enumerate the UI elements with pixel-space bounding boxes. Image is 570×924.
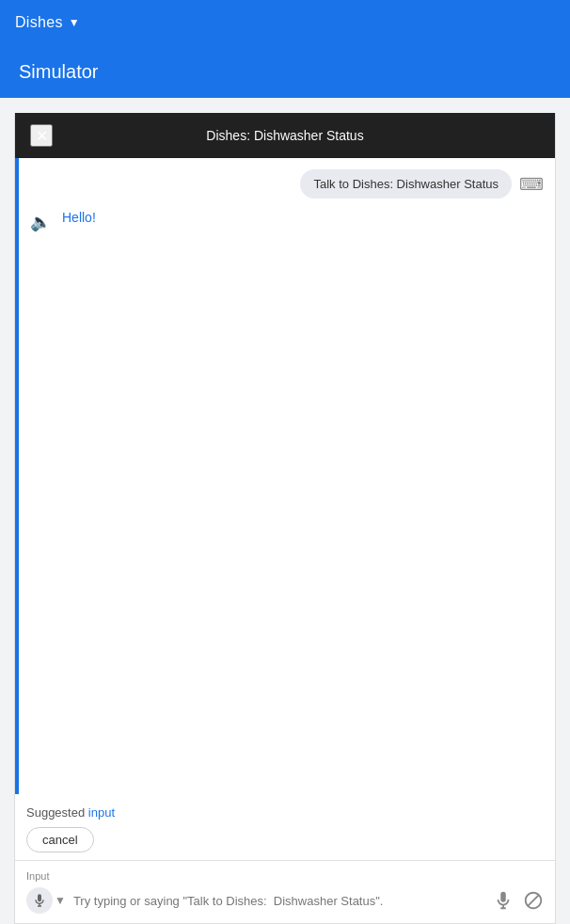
simulator-header: Simulator — [0, 45, 570, 98]
input-label: Input — [26, 870, 544, 882]
mic-icon — [32, 893, 47, 908]
user-message-row: Talk to Dishes: Dishwasher Status ⌨ — [30, 169, 544, 199]
suggested-label: Suggested input — [26, 805, 544, 820]
simulator-title: Simulator — [19, 61, 98, 83]
window-title: Dishes: Dishwasher Status — [206, 128, 363, 143]
speaker-icon: 🔈 — [30, 212, 51, 232]
keyboard-icon: ⌨ — [519, 174, 544, 195]
block-icon — [523, 890, 544, 911]
chat-area: Talk to Dishes: Dishwasher Status ⌨ 🔈 He… — [15, 158, 555, 794]
suggested-static-text: Suggested — [26, 805, 85, 820]
suggested-highlighted-text: input — [88, 805, 115, 820]
no-entry-icon[interactable] — [523, 890, 544, 911]
cancel-button[interactable]: cancel — [26, 827, 94, 852]
suggested-section: Suggested input cancel — [15, 794, 555, 860]
mic-dropdown-icon[interactable]: ▼ — [55, 894, 66, 907]
bot-message-row: 🔈 Hello! — [30, 210, 544, 232]
bot-message: Hello! — [62, 210, 96, 225]
voice-input-icon[interactable] — [493, 890, 514, 911]
main-area: ✕ Dishes: Dishwasher Status Talk to Dish… — [0, 98, 570, 924]
chat-input[interactable] — [73, 894, 485, 908]
microphone-icon — [493, 890, 514, 911]
input-row: ▼ — [26, 887, 544, 914]
input-right-icons — [493, 890, 544, 911]
app-dropdown-icon[interactable]: ▼ — [69, 16, 80, 29]
window-close-button[interactable]: ✕ — [30, 124, 53, 147]
mic-circle-button[interactable] — [26, 887, 53, 914]
input-area: Input ▼ — [15, 860, 555, 923]
app-title: Dishes — [15, 14, 63, 31]
user-bubble: Talk to Dishes: Dishwasher Status — [300, 169, 512, 199]
top-navbar: Dishes ▼ — [0, 0, 570, 45]
window-titlebar: ✕ Dishes: Dishwasher Status — [15, 113, 555, 158]
input-left-icons: ▼ — [26, 887, 66, 914]
chat-empty-space — [30, 244, 544, 794]
simulator-window: ✕ Dishes: Dishwasher Status Talk to Dish… — [14, 113, 556, 924]
